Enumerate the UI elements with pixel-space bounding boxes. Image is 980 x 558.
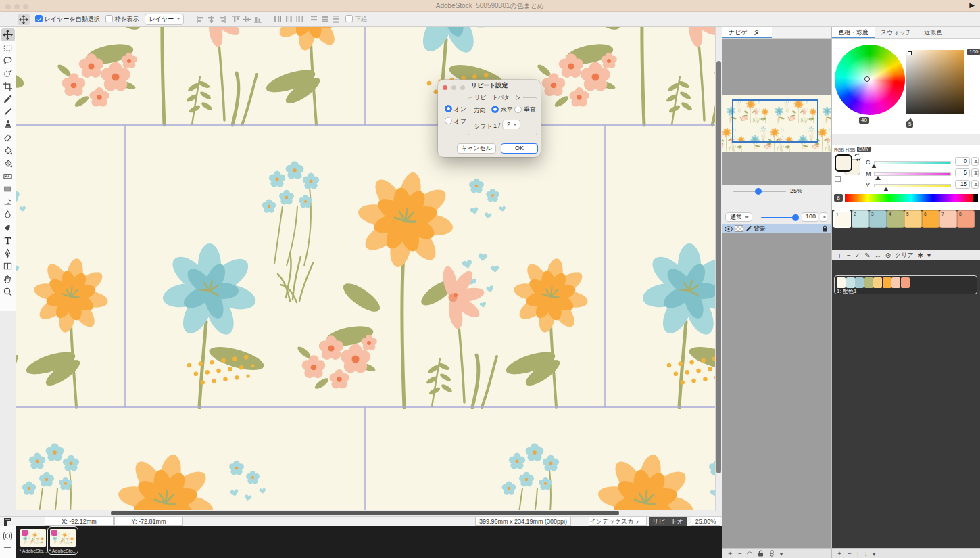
- layer-target-dropdown[interactable]: レイヤー: [145, 14, 185, 25]
- lock-layer-button[interactable]: [758, 550, 764, 557]
- apply-swatch-button[interactable]: ✓: [855, 252, 860, 259]
- dialog-close-button[interactable]: [443, 84, 451, 91]
- layer-lock-icon[interactable]: [822, 225, 828, 232]
- tool-eraser[interactable]: [1, 131, 15, 144]
- tool-smudge[interactable]: [1, 221, 15, 234]
- tool-shape[interactable]: [1, 183, 15, 195]
- tool-eyedropper[interactable]: [1, 93, 15, 106]
- ok-button[interactable]: OK: [501, 143, 538, 154]
- scheme-menu-button[interactable]: ▾: [873, 550, 876, 557]
- tool-crop[interactable]: [1, 80, 15, 93]
- tab-hue-saturation[interactable]: 色相・彩度: [832, 27, 875, 38]
- blend-mode-dropdown[interactable]: 通常: [725, 212, 752, 222]
- layer-menu-button[interactable]: ▾: [780, 550, 783, 557]
- swap-colors-icon[interactable]: [854, 153, 862, 161]
- distribute-left-icon[interactable]: [274, 15, 283, 24]
- add-swatch-button[interactable]: ＋: [836, 251, 843, 260]
- document-thumbnail-2[interactable]: [50, 529, 76, 547]
- zoom-readout[interactable]: 25.00%: [691, 517, 720, 526]
- distribute-middle-v-icon[interactable]: [320, 15, 329, 24]
- disable-swatch-button[interactable]: ⊘: [885, 252, 891, 259]
- remove-swatch-button[interactable]: −: [847, 252, 851, 259]
- color-mode-readout[interactable]: インデックスカラー: [589, 517, 647, 526]
- distribute-top-icon[interactable]: [310, 15, 318, 24]
- move-tool-button[interactable]: [18, 14, 30, 25]
- swatch-menu-button[interactable]: ▾: [927, 252, 931, 259]
- tool-lasso[interactable]: [1, 54, 15, 67]
- tab-navigator[interactable]: ナビゲーター: [722, 27, 772, 38]
- indexed-swatch-8[interactable]: 8: [957, 210, 975, 228]
- mode-rgb-tab[interactable]: RGB: [834, 147, 844, 152]
- layer-list-empty[interactable]: [722, 233, 831, 548]
- horizontal-scrollbar[interactable]: [16, 510, 715, 516]
- delete-layer-button[interactable]: −: [738, 550, 742, 557]
- tool-brush[interactable]: [1, 106, 15, 118]
- tool-color-correct[interactable]: [1, 195, 15, 208]
- indexed-swatch-7[interactable]: 7: [939, 210, 957, 228]
- indexed-swatch-3[interactable]: 3: [869, 210, 887, 228]
- window-controls[interactable]: [5, 3, 32, 11]
- auto-select-layer-checkbox[interactable]: レイヤーを自動選択: [35, 15, 100, 24]
- direction-horizontal-radio[interactable]: 水平: [491, 106, 513, 114]
- link-layer-button[interactable]: [768, 550, 775, 557]
- tab-swatches[interactable]: スウォッチ: [875, 27, 918, 38]
- y-value[interactable]: 15: [955, 180, 970, 189]
- align-right-icon[interactable]: [218, 15, 226, 24]
- add-layer-button[interactable]: ＋: [727, 549, 733, 558]
- indexed-swatch-4[interactable]: 4: [887, 210, 904, 228]
- tool-zoom[interactable]: [1, 285, 15, 298]
- tool-tone[interactable]: [1, 170, 15, 183]
- tool-pattern-fill[interactable]: [1, 157, 15, 170]
- m-value[interactable]: 5: [955, 168, 970, 177]
- tool-auto-select-brush[interactable]: [1, 67, 15, 80]
- transparent-checkbox[interactable]: [835, 176, 841, 182]
- sat-bright-marker[interactable]: [908, 51, 912, 55]
- move-down-button[interactable]: ↓: [864, 550, 868, 557]
- foreground-color-chip[interactable]: [835, 154, 852, 172]
- tool-rect-select[interactable]: [1, 41, 15, 54]
- direction-vertical-radio[interactable]: 垂直: [514, 106, 536, 114]
- repeat-off-radio[interactable]: オフ: [445, 117, 466, 126]
- h-scroll-thumb[interactable]: [111, 511, 619, 515]
- tool-grid[interactable]: [1, 260, 15, 273]
- m-marker[interactable]: [875, 173, 881, 180]
- c-stepper[interactable]: [971, 157, 979, 166]
- hue-wheel[interactable]: [835, 45, 905, 115]
- navigator-zoom-knob[interactable]: [755, 188, 762, 195]
- shift-value-dropdown[interactable]: 2: [502, 120, 520, 129]
- repeat-on-badge[interactable]: リピートオン: [649, 517, 687, 526]
- indexed-swatch-5[interactable]: 5: [904, 210, 922, 228]
- tool-stamp[interactable]: [1, 118, 15, 131]
- m-slider[interactable]: [874, 172, 951, 176]
- m-stepper[interactable]: [971, 168, 979, 177]
- navigator-view-rect[interactable]: [732, 99, 818, 143]
- cancel-button[interactable]: キャンセル: [457, 143, 496, 154]
- align-middle-v-icon[interactable]: [243, 15, 251, 24]
- distribute-center-h-icon[interactable]: [285, 15, 293, 24]
- indexed-swatch-6[interactable]: 6: [922, 210, 939, 228]
- collapse-strip-icon[interactable]: —: [4, 543, 11, 551]
- opacity-value[interactable]: 100: [802, 212, 818, 222]
- repeat-on-radio[interactable]: オン: [445, 105, 466, 114]
- tool-hand[interactable]: [1, 273, 15, 285]
- tool-move[interactable]: [1, 28, 15, 41]
- layer-visibility-eye-icon[interactable]: [725, 226, 733, 232]
- distribute-bottom-icon[interactable]: [331, 15, 340, 24]
- mode-hsb-tab[interactable]: HSB: [846, 147, 855, 152]
- spectrum-bar[interactable]: [845, 194, 978, 202]
- selection-launcher-icon[interactable]: [3, 531, 13, 541]
- layer-row-background[interactable]: 背景: [722, 224, 831, 233]
- canvas[interactable]: [16, 27, 715, 511]
- hue-wheel-marker[interactable]: [864, 76, 870, 82]
- tool-text[interactable]: [1, 234, 15, 247]
- document-label-2[interactable]: * AdobeSto...: [47, 549, 78, 553]
- navigator-viewport[interactable]: [722, 39, 831, 185]
- c-slider[interactable]: [874, 161, 951, 164]
- align-center-h-icon[interactable]: [207, 15, 216, 24]
- remove-scheme-button[interactable]: −: [848, 550, 852, 557]
- align-left-icon[interactable]: [196, 15, 205, 24]
- tool-fill[interactable]: [1, 144, 15, 157]
- align-bottom-icon[interactable]: [253, 15, 262, 24]
- c-marker[interactable]: [871, 162, 877, 168]
- dialog-zoom-button[interactable]: [460, 84, 468, 91]
